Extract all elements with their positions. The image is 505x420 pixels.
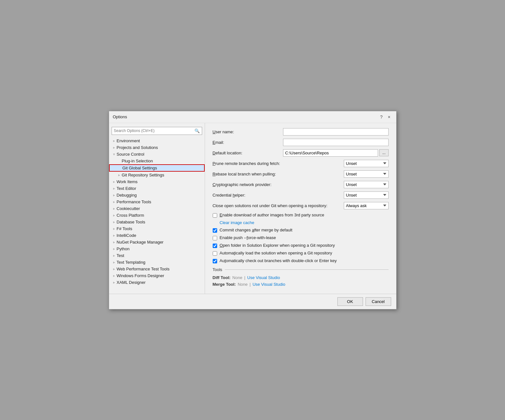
- auto-load-label[interactable]: Automatically load the solution when ope…: [220, 251, 332, 255]
- commit-changes-label[interactable]: Commit changes after merge by default: [220, 228, 293, 232]
- sidebar-item-nuget-package-manager[interactable]: ▹ NuGet Package Manager: [109, 239, 205, 245]
- enable-push-label[interactable]: Enable push --force-with-lease: [220, 235, 276, 240]
- sidebar-item-label: Source Control: [117, 152, 202, 157]
- title-bar-buttons: ? ×: [378, 114, 392, 120]
- sidebar-item-cross-platform[interactable]: ▹ Cross Platform: [109, 212, 205, 219]
- credential-select[interactable]: Unset GCM Core GCM: [344, 191, 389, 199]
- sidebar-item-environment[interactable]: ▹ Environment: [109, 137, 205, 144]
- arrow-icon: ▹: [112, 187, 117, 190]
- sidebar: 🔍 ▹ Environment ▹ Projects and Solutions…: [109, 123, 205, 294]
- sidebar-item-test[interactable]: ▹ Test: [109, 252, 205, 259]
- arrow-icon: ▹: [112, 274, 117, 277]
- sidebar-item-label: Python: [117, 246, 202, 251]
- sidebar-item-cookiecutter[interactable]: ▹ Cookiecutter: [109, 205, 205, 212]
- sidebar-item-python[interactable]: ▹ Python: [109, 245, 205, 252]
- sidebar-item-text-editor[interactable]: ▹ Text Editor: [109, 185, 205, 192]
- sidebar-item-windows-forms-designer[interactable]: ▹ Windows Forms Designer: [109, 272, 205, 279]
- divider-line: [225, 269, 389, 270]
- enable-push-row: Enable push --force-with-lease: [213, 235, 389, 240]
- enable-push-checkbox[interactable]: [213, 236, 217, 240]
- arrow-icon: ▹: [112, 220, 117, 224]
- dialog-footer: OK Cancel: [109, 294, 396, 309]
- open-folder-checkbox[interactable]: [213, 244, 217, 248]
- sidebar-item-label: XAML Designer: [117, 280, 202, 285]
- sidebar-item-plugin-selection[interactable]: Plug-in Selection: [109, 158, 205, 164]
- sidebar-item-projects-solutions[interactable]: ▹ Projects and Solutions: [109, 144, 205, 151]
- merge-tool-separator: |: [249, 282, 250, 287]
- default-location-label: Default location:: [213, 151, 283, 155]
- sidebar-item-source-control[interactable]: ▿ Source Control: [109, 151, 205, 158]
- sidebar-item-database-tools[interactable]: ▹ Database Tools: [109, 219, 205, 225]
- search-icon-button[interactable]: 🔍: [193, 127, 202, 135]
- username-input[interactable]: [283, 128, 389, 136]
- open-folder-label[interactable]: Open folder in Solution Explorer when op…: [220, 243, 335, 248]
- title-bar: Options ? ×: [109, 111, 396, 123]
- sidebar-item-label: NuGet Package Manager: [117, 240, 202, 245]
- search-input[interactable]: [112, 127, 193, 135]
- crypto-select[interactable]: Unset OpenSSL Secure Channel: [344, 181, 389, 188]
- dialog-title: Options: [113, 114, 127, 119]
- arrow-icon: ▹: [112, 234, 117, 237]
- arrow-icon: ▹: [112, 139, 117, 143]
- tools-section-label: Tools: [213, 267, 222, 272]
- diff-tool-link[interactable]: Use Visual Studio: [247, 275, 280, 280]
- rebase-row: Rebase local branch when pulling: Unset …: [213, 170, 389, 178]
- arrow-icon: ▿: [112, 152, 117, 156]
- dialog-body: 🔍 ▹ Environment ▹ Projects and Solutions…: [109, 123, 396, 294]
- crypto-row: Cryptographic network provider: Unset Op…: [213, 181, 389, 188]
- arrow-icon: ▹: [112, 281, 117, 284]
- browse-button[interactable]: ...: [379, 149, 388, 156]
- close-button[interactable]: ×: [386, 114, 392, 120]
- arrow-icon: ▹: [112, 180, 117, 183]
- search-box: 🔍: [112, 127, 202, 135]
- auto-load-checkbox[interactable]: [213, 251, 217, 256]
- commit-changes-row: Commit changes after merge by default: [213, 228, 389, 233]
- enable-author-images-label[interactable]: Enable download of author images from 3r…: [220, 213, 324, 217]
- ok-button[interactable]: OK: [337, 297, 363, 306]
- close-solutions-row: Close open solutions not under Git when …: [213, 202, 389, 209]
- sidebar-item-label: Git Repository Settings: [122, 173, 202, 177]
- default-location-input[interactable]: [283, 149, 378, 157]
- auto-checkout-row: Automatically check out branches with do…: [213, 258, 389, 263]
- email-row: Email:: [213, 139, 389, 146]
- merge-tool-label: Merge Tool:: [213, 282, 236, 287]
- auto-checkout-checkbox[interactable]: [213, 259, 217, 263]
- email-input[interactable]: [283, 139, 389, 146]
- sidebar-item-performance-tools[interactable]: ▹ Performance Tools: [109, 198, 205, 205]
- arrow-icon: ▹: [112, 267, 117, 271]
- rebase-label: Rebase local branch when pulling:: [213, 172, 344, 176]
- sidebar-item-label: Environment: [117, 138, 202, 143]
- sidebar-item-intellicode[interactable]: ▹ IntelliCode: [109, 232, 205, 239]
- diff-tool-row: Diff Tool: None | Use Visual Studio: [213, 275, 389, 280]
- close-solutions-select[interactable]: Always ask Yes No: [344, 202, 389, 209]
- merge-tool-link[interactable]: Use Visual Studio: [253, 282, 285, 287]
- close-solutions-label: Close open solutions not under Git when …: [213, 203, 344, 208]
- clear-image-cache-link[interactable]: Clear image cache: [220, 220, 389, 225]
- sidebar-item-label: Windows Forms Designer: [117, 273, 202, 278]
- sidebar-item-xaml-designer[interactable]: ▹ XAML Designer: [109, 279, 205, 286]
- auto-checkout-label[interactable]: Automatically check out branches with do…: [220, 258, 337, 263]
- sidebar-item-git-global-settings[interactable]: Git Global Settings: [109, 164, 205, 172]
- crypto-label: Cryptographic network provider:: [213, 182, 344, 187]
- sidebar-item-debugging[interactable]: ▹ Debugging: [109, 192, 205, 198]
- diff-tool-label: Diff Tool:: [213, 275, 231, 280]
- sidebar-item-label: Database Tools: [117, 220, 202, 224]
- sidebar-item-label: Git Global Settings: [122, 166, 204, 170]
- sidebar-item-label: Cross Platform: [117, 213, 202, 218]
- sidebar-item-label: Cookiecutter: [117, 206, 202, 211]
- sidebar-item-work-items[interactable]: ▹ Work Items: [109, 178, 205, 185]
- enable-author-images-checkbox[interactable]: [213, 213, 217, 218]
- rebase-select[interactable]: Unset True False: [344, 170, 389, 178]
- sidebar-item-text-templating[interactable]: ▹ Text Templating: [109, 259, 205, 266]
- sidebar-item-web-performance-test-tools[interactable]: ▹ Web Performance Test Tools: [109, 266, 205, 272]
- help-button[interactable]: ?: [378, 114, 385, 120]
- sidebar-item-fsharp-tools[interactable]: ▹ F# Tools: [109, 225, 205, 232]
- open-folder-row: Open folder in Solution Explorer when op…: [213, 243, 389, 248]
- cancel-button[interactable]: Cancel: [366, 297, 391, 306]
- commit-changes-checkbox[interactable]: [213, 228, 217, 233]
- prune-select[interactable]: Unset True False: [344, 160, 389, 167]
- enable-author-images-row: Enable download of author images from 3r…: [213, 213, 389, 218]
- arrow-icon: ▹: [112, 146, 117, 149]
- arrow-icon: ▹: [112, 247, 117, 251]
- sidebar-item-git-repository-settings[interactable]: ▹ Git Repository Settings: [109, 172, 205, 178]
